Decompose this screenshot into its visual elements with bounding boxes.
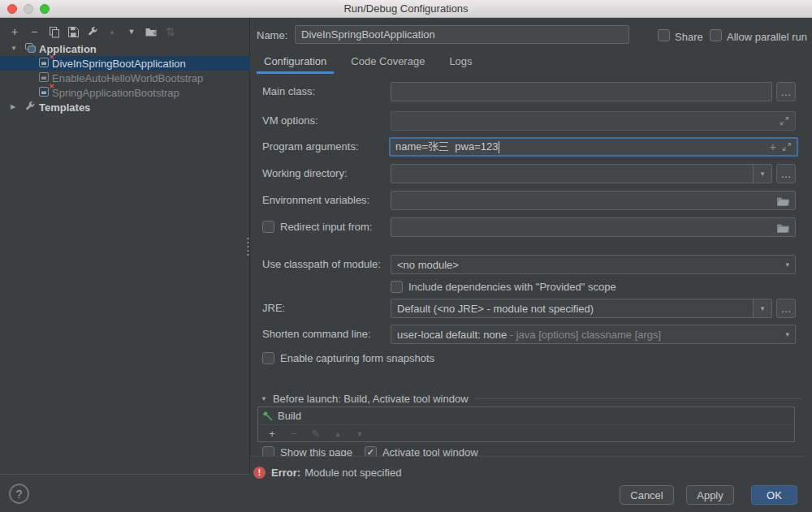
shorten-value-hint: - java [options] classname [args] [507,329,661,341]
new-folder-icon[interactable] [145,25,158,38]
error-icon: ! [253,467,266,479]
vm-options-label: VM options: [262,111,318,131]
ellipsis-icon: … [781,303,792,315]
tree-item-application-group[interactable]: ▼ Application [0,41,250,56]
shorten-value: user-local default: none [397,329,507,341]
chevron-down-icon[interactable]: ▼ [261,395,267,402]
edit-templates-icon[interactable] [86,25,99,38]
program-arguments-label: Program arguments: [262,137,359,157]
expand-field-icon[interactable] [780,116,789,126]
copy-configuration-icon[interactable] [47,25,60,38]
name-input[interactable]: DiveInSpringBootApplication [295,25,629,44]
working-directory-browse-button[interactable]: … [776,164,796,183]
vm-options-input[interactable] [391,111,796,131]
move-task-down-icon: ▼ [354,430,365,438]
shorten-command-line-label: Shorten command line: [262,325,371,344]
chevron-down-icon[interactable]: ▼ [11,45,17,52]
window-title: Run/Debug Configurations [0,0,812,18]
apply-button[interactable]: Apply [686,485,734,505]
redirect-input-from-input[interactable] [391,217,796,237]
main-class-browse-button[interactable]: … [776,82,796,101]
before-launch-task-list: Build + − ✎ ▲ ▼ [257,407,795,442]
chevron-right-icon[interactable]: ▶ [11,103,15,110]
working-directory-label: Working directory: [262,164,348,183]
activate-tool-window-checkbox[interactable]: ✓ [365,446,377,456]
help-button[interactable]: ? [9,484,29,504]
cancel-button[interactable]: Cancel [620,485,674,505]
show-this-page-checkbox[interactable] [262,446,274,456]
working-directory-input[interactable]: ▾ [391,164,772,183]
environment-variables-label: Environment variables: [262,191,369,210]
tab-code-coverage[interactable]: Code Coverage [343,51,432,71]
show-this-page-label: Show this page [280,446,352,456]
check-icon: ✓ [367,447,374,456]
sort-configurations-icon: ⇅ [164,25,177,38]
panel-splitter-handle[interactable] [247,238,249,256]
shorten-command-line-combo[interactable]: user-local default: none - java [options… [391,325,796,344]
run-config-icon [38,71,50,84]
templates-wrench-icon [24,101,37,113]
tree-item-label: Templates [39,101,90,114]
activate-tool-window-label: Activate tool window [382,446,478,456]
dropdown-arrow-icon[interactable]: ▾ [753,165,771,183]
jre-value: Default (<no JRE> - module not specified… [397,303,594,315]
jre-combo[interactable]: Default (<no JRE> - module not specified… [391,299,772,318]
dropdown-arrow-icon[interactable]: ▾ [753,299,771,317]
ellipsis-icon: … [781,168,792,180]
error-prefix: Error: [271,467,300,479]
include-provided-checkbox[interactable] [391,281,403,293]
ok-button[interactable]: OK [751,485,797,505]
folder-icon[interactable] [776,196,789,206]
name-label: Name: [257,29,287,41]
tab-configuration[interactable]: Configuration [257,51,334,74]
move-down-icon[interactable]: ▼ [125,25,138,38]
move-up-icon: ▲ [106,25,119,38]
field-action-icons: + [770,140,792,153]
program-arguments-input[interactable]: name=张三 pwa=123 + [389,137,798,157]
redirect-input-label: Redirect input from: [280,217,372,237]
task-label: Build [278,410,301,422]
tree-item-enableautohelloworldbootstrap[interactable]: EnableAutoHelloWorldBootstrap [0,71,250,85]
allow-parallel-run-checkbox[interactable] [710,29,722,41]
before-launch-section-header[interactable]: ▼ Before launch: Build, Activate tool wi… [257,393,801,405]
sidebar-toolbar: + − ▲ ▼ ⇅ [8,24,177,39]
tree-item-diveinspringbootapplication[interactable]: ✕ DiveInSpringBootApplication [0,56,250,71]
before-launch-task-build[interactable]: Build [258,407,794,424]
main-class-label: Main class: [262,82,315,101]
tree-item-label: Application [39,42,97,56]
redirect-input-checkbox[interactable] [262,221,274,233]
tree-item-springapplicationbootstrap[interactable]: ✕ SpringApplicationBootstrap [0,85,250,100]
error-message-row: ! Error: Module not specified [253,463,401,481]
main-class-input[interactable] [391,82,772,101]
name-value: DiveInSpringBootApplication [301,28,435,41]
remove-configuration-icon[interactable]: − [28,25,41,38]
add-configuration-icon[interactable]: + [8,25,21,38]
dropdown-arrow-icon: ▾ [785,260,795,269]
use-classpath-combo[interactable]: <no module> ▾ [391,255,796,274]
enable-snapshots-label: Enable capturing form snapshots [280,349,434,368]
environment-variables-input[interactable] [391,191,796,210]
save-configuration-icon[interactable] [67,25,80,38]
configuration-form: Main class: … VM options: Program argume… [250,75,812,456]
move-task-up-icon: ▲ [332,430,343,438]
share-checkbox[interactable] [658,29,670,41]
error-panel-divider [250,456,806,457]
edit-task-icon: ✎ [310,428,322,440]
use-classpath-value: <no module> [397,259,459,271]
add-task-icon[interactable]: + [266,428,278,440]
add-argument-icon[interactable]: + [770,140,776,153]
use-classpath-label: Use classpath of module: [262,255,381,274]
folder-icon[interactable] [776,222,789,233]
exclamation-glyph: ! [258,468,261,477]
program-arguments-value: name=张三 pwa=123 [395,140,498,154]
page-options-row: Show this page ✓ Activate tool window [262,446,478,456]
tree-item-label: DiveInSpringBootApplication [52,57,186,71]
jre-browse-button[interactable]: … [776,299,796,318]
question-icon: ? [16,488,23,501]
tree-item-templates[interactable]: ▶ Templates [0,100,250,114]
section-divider [475,398,801,399]
jre-label: JRE: [262,299,285,318]
enable-snapshots-checkbox[interactable] [262,352,274,364]
tab-logs[interactable]: Logs [442,51,479,71]
expand-field-icon[interactable] [782,142,792,152]
